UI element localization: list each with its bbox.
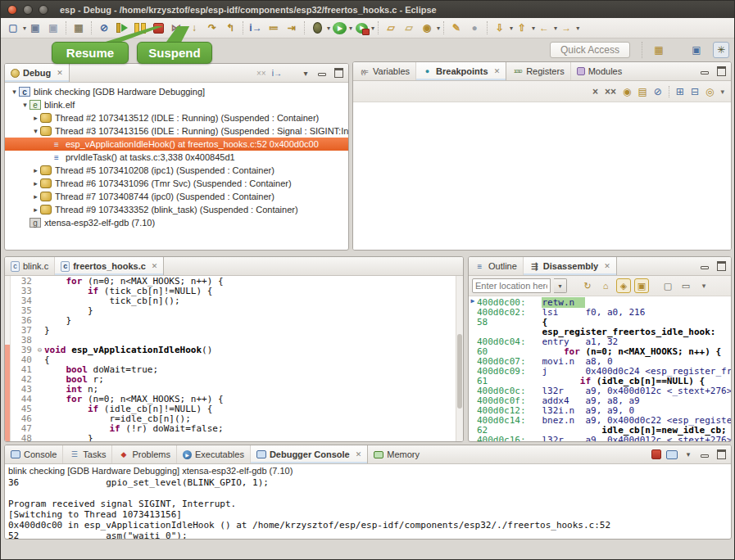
tree-row[interactable]: ▾cblink checking [GDB Hardware Debugging… [5, 85, 348, 98]
save-icon[interactable]: ▣ [27, 20, 43, 36]
forward-dropdown-icon[interactable]: ▾ [576, 25, 579, 32]
tab-variables[interactable]: Variables [353, 62, 416, 80]
minimize-icon[interactable] [699, 449, 710, 460]
open-project-icon[interactable]: ▱ [401, 20, 417, 36]
tree-row[interactable]: ≡prvIdleTask() at tasks.c:3,338 0x400845… [5, 151, 348, 164]
tree-row[interactable]: gxtensa-esp32-elf-gdb (7.10) [5, 216, 348, 229]
external-tools-dropdown-icon[interactable]: ▾ [371, 25, 374, 32]
tree-expander-icon[interactable]: ▸ [31, 179, 40, 187]
display-selected-console-icon[interactable] [666, 450, 678, 459]
tab-problems[interactable]: Problems [112, 445, 176, 463]
breakpoints-empty-list[interactable] [353, 102, 731, 250]
tree-expander-icon[interactable]: ▸ [31, 192, 40, 201]
tree-expander-icon[interactable]: ▸ [31, 205, 40, 214]
debug-icon[interactable] [309, 20, 325, 36]
collapse-all-icon[interactable]: ⊟ [691, 86, 699, 97]
open-folder-icon[interactable]: ▱ [383, 20, 399, 36]
show-source-toggle-icon[interactable]: ◈ [616, 278, 631, 293]
instruction-stepping-icon[interactable]: i→ [247, 20, 264, 36]
step-return-icon[interactable]: ↰ [222, 20, 238, 36]
forward-icon[interactable]: → [558, 20, 574, 36]
editor-scrollbar-thumb[interactable] [457, 334, 462, 409]
tab-debugger-console[interactable]: Debugger Console ✕ [251, 445, 368, 463]
tree-row[interactable]: ▸Thread #9 1073433352 (blink_task) (Susp… [5, 203, 348, 216]
tab-executables[interactable]: Executables [177, 445, 251, 463]
home-icon[interactable]: ⌂ [598, 278, 613, 293]
window-minimize-button[interactable] [23, 5, 33, 15]
open-perspective-icon[interactable]: ▦ [651, 42, 667, 58]
minimize-icon[interactable] [699, 65, 710, 77]
tab-disassembly[interactable]: Disassembly ✕ [524, 257, 617, 275]
tab-breakpoints[interactable]: Breakpoints ✕ [416, 62, 506, 80]
instruction-stepping-icon[interactable]: i→ [272, 67, 282, 79]
previous-annotation-icon[interactable]: ⇧ [514, 20, 530, 36]
tab-freertos-hooks-c[interactable]: freertos_hooks.c ✕ [55, 257, 164, 275]
fold-marker-icon[interactable]: ⊖ [35, 345, 44, 354]
run-dropdown-icon[interactable]: ▾ [349, 25, 352, 32]
debug-dropdown-icon[interactable]: ▾ [327, 25, 330, 32]
pin-editor-icon[interactable]: ● [466, 20, 483, 36]
tree-row[interactable]: ▾eblink.elf [5, 98, 348, 111]
minimize-icon[interactable] [699, 260, 710, 272]
close-icon[interactable]: ✕ [57, 69, 63, 77]
open-new-view-icon[interactable]: ▢ [660, 278, 675, 293]
location-input[interactable] [472, 278, 551, 293]
show-supported-breakpoints-icon[interactable]: ◉ [623, 86, 631, 97]
binary-view-icon[interactable]: ▦ [70, 20, 87, 36]
code-editor-area[interactable]: 32 for (n=0; n<MAX_HOOKS; n++) {33 if (t… [5, 276, 456, 441]
maximize-icon[interactable] [715, 65, 727, 77]
step-over-icon[interactable]: ↷ [204, 20, 220, 36]
new-wizard-icon[interactable]: ▢ [5, 20, 21, 36]
tree-expander-icon[interactable]: ▸ [31, 114, 40, 122]
search-icon[interactable]: ◉ [419, 20, 435, 36]
tab-console[interactable]: Console [5, 445, 63, 463]
maximize-icon[interactable] [715, 449, 727, 460]
disassembly-listing[interactable]: ▶400d0c00: retw.n 400d0c02: lsi f0, a0, … [469, 296, 731, 441]
close-icon[interactable]: ✕ [356, 450, 362, 458]
minimize-icon[interactable] [316, 67, 328, 79]
link-with-debug-icon[interactable]: ◎ [706, 86, 714, 97]
track-expression-toggle-icon[interactable]: ▣ [634, 278, 649, 293]
tree-row[interactable]: ▸Thread #6 1073431096 (Tmr Svc) (Suspend… [5, 177, 348, 190]
maximize-icon[interactable] [333, 67, 344, 79]
quick-access-button[interactable]: Quick Access [550, 42, 630, 58]
previous-annotation-dropdown-icon[interactable]: ▾ [532, 25, 535, 32]
location-dropdown-icon[interactable]: ▾ [554, 278, 567, 293]
remove-all-terminated-icon[interactable]: ×× [256, 67, 267, 79]
refresh-icon[interactable]: ↻ [580, 278, 595, 293]
expand-all-icon[interactable]: ⊞ [676, 86, 684, 97]
tab-modules[interactable]: Modules [571, 62, 628, 80]
console-output[interactable]: blink checking [GDB Hardware Debugging] … [5, 464, 731, 539]
next-annotation-icon[interactable]: ⇩ [492, 20, 508, 36]
use-step-filters-icon[interactable]: ⇥ [284, 20, 300, 36]
tab-debug[interactable]: Debug ✕ [5, 64, 70, 82]
debug-perspective-icon[interactable]: ✳ [713, 42, 729, 58]
run-icon[interactable] [331, 20, 347, 36]
new-wizard-dropdown-icon[interactable]: ▾ [23, 25, 26, 32]
maximize-icon[interactable] [715, 260, 727, 272]
window-maximize-button[interactable] [39, 5, 48, 15]
next-annotation-dropdown-icon[interactable]: ▾ [510, 25, 513, 32]
tree-row[interactable]: ▸Thread #7 1073408744 (ipc0) (Suspended … [5, 190, 348, 203]
save-all-icon[interactable]: ▣ [45, 20, 61, 36]
tab-outline[interactable]: Outline [469, 257, 524, 275]
view-menu-icon[interactable]: ▾ [720, 88, 724, 96]
tree-row[interactable]: ▸Thread #2 1073413512 (IDLE : Running) (… [5, 111, 348, 124]
go-to-file-icon[interactable]: ▤ [637, 86, 647, 97]
show-source-icon[interactable]: ≔ [265, 20, 282, 36]
tree-row[interactable]: ▸Thread #5 1073410208 (ipc1) (Suspended … [5, 164, 348, 177]
tab-blink-c[interactable]: blink.c [5, 257, 55, 275]
tab-memory[interactable]: Memory [368, 445, 425, 463]
search-dropdown-icon[interactable]: ▾ [437, 25, 440, 32]
tree-expander-icon[interactable]: ▸ [31, 166, 40, 174]
skip-all-breakpoints-icon[interactable]: ⊘ [654, 86, 662, 97]
back-icon[interactable]: ← [536, 20, 552, 36]
tree-row[interactable]: ▾Thread #3 1073413156 (IDLE : Running) (… [5, 124, 348, 138]
editor-scrollbar[interactable] [456, 276, 463, 441]
close-icon[interactable]: ✕ [604, 262, 610, 270]
external-tools-icon[interactable] [353, 20, 370, 36]
cpp-perspective-icon[interactable]: ▣ [688, 42, 705, 58]
close-icon[interactable]: ✕ [152, 262, 158, 270]
resume-icon[interactable] [114, 20, 130, 36]
remove-all-breakpoints-icon[interactable]: ×× [605, 86, 616, 97]
